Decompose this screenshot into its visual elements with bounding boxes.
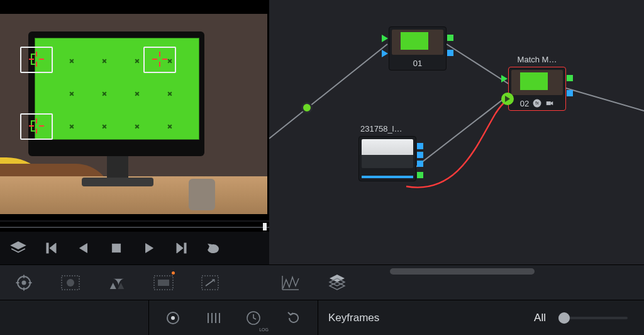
port-out[interactable]	[417, 152, 423, 158]
port-rgb-in[interactable]	[382, 35, 388, 42]
stop-button[interactable]	[102, 234, 131, 263]
curves-icon[interactable]	[278, 270, 303, 295]
layers-icon[interactable]	[4, 234, 33, 263]
svg-marker-54	[551, 101, 553, 105]
svg-line-47	[447, 44, 509, 84]
node-label: 01	[413, 59, 422, 68]
viewer-content	[189, 179, 215, 210]
skip-start-button[interactable]	[36, 234, 65, 263]
bars-icon[interactable]	[201, 305, 226, 331]
record-circle-icon[interactable]	[160, 305, 186, 331]
viewer-content	[28, 31, 204, 156]
qualifier-icon[interactable]	[11, 270, 36, 295]
port-out[interactable]	[417, 143, 423, 149]
viewer-content	[107, 156, 128, 179]
node-graph[interactable]: 01 Match M… 02 fx 231758_l…	[269, 0, 644, 264]
tracking-marker[interactable]	[20, 113, 53, 140]
node-label: 02	[520, 99, 529, 108]
node-01[interactable]: 01	[389, 26, 447, 71]
svg-rect-22	[184, 243, 186, 253]
node-title: Match M…	[509, 55, 565, 64]
port-alpha-out[interactable]	[447, 50, 453, 56]
svg-marker-20	[146, 244, 153, 253]
port-rgb-out[interactable]	[447, 35, 453, 41]
svg-point-30	[67, 279, 74, 287]
svg-marker-15	[11, 242, 25, 249]
svg-line-48	[415, 94, 509, 168]
camera-badge-icon	[545, 99, 554, 108]
magic-mask-icon[interactable]	[151, 270, 176, 295]
notification-dot-icon	[172, 271, 175, 275]
tracking-crosses	[42, 45, 205, 145]
window-icon[interactable]	[58, 270, 83, 295]
svg-point-40	[171, 316, 175, 320]
graph-input-dot[interactable]	[301, 102, 313, 113]
bottom-bar: LOG Keyframes All	[0, 300, 644, 335]
port-alpha-in[interactable]	[382, 50, 388, 57]
log-label: LOG	[259, 327, 269, 332]
svg-point-28	[23, 281, 26, 284]
svg-rect-17	[47, 243, 48, 253]
node-play-indicator[interactable]	[501, 93, 514, 105]
svg-rect-19	[112, 244, 120, 252]
port-rgb-out[interactable]	[567, 75, 573, 81]
resize-box-icon[interactable]	[197, 270, 223, 295]
undo-icon[interactable]	[281, 305, 306, 331]
scrubber-track	[0, 227, 269, 228]
node-edges	[269, 0, 644, 264]
scrubber-playhead[interactable]	[263, 223, 267, 230]
page-tool-row	[0, 264, 644, 300]
viewer-image[interactable]	[0, 14, 267, 214]
svg-marker-16	[50, 243, 56, 253]
keyframes-panel-label: Keyframes	[318, 312, 534, 324]
svg-marker-21	[177, 243, 183, 253]
play-button[interactable]	[135, 234, 164, 263]
svg-line-49	[566, 88, 644, 111]
node-thumbnail	[362, 139, 413, 168]
bottom-right-section: All	[534, 312, 644, 324]
node-external-media[interactable]: 231758_l…	[358, 136, 416, 181]
fx-badge-icon: fx	[533, 99, 541, 108]
play-reverse-button[interactable]	[69, 234, 98, 263]
tracking-marker[interactable]	[20, 47, 53, 73]
node-thumbnail	[511, 70, 563, 95]
skip-end-button[interactable]	[167, 234, 196, 263]
svg-text:fx: fx	[536, 101, 540, 105]
port-rgb-in[interactable]	[501, 75, 508, 82]
transport-bar	[0, 232, 269, 264]
port-out[interactable]	[417, 172, 423, 178]
node-02-match-move[interactable]: Match M… 02 fx	[508, 67, 566, 111]
svg-rect-34	[158, 280, 169, 286]
graph-h-scrollbar[interactable]	[390, 268, 535, 275]
scope-label[interactable]: All	[534, 312, 546, 324]
bottom-tool-section: LOG	[149, 300, 318, 335]
svg-marker-31	[110, 283, 116, 289]
port-alpha-out[interactable]	[567, 90, 573, 96]
port-out[interactable]	[417, 161, 423, 167]
zoom-slider[interactable]	[558, 312, 628, 324]
viewer-panel	[0, 0, 269, 220]
svg-rect-53	[547, 101, 551, 105]
tracking-marker[interactable]	[143, 47, 176, 73]
viewer-content	[82, 178, 153, 186]
node-stack-icon[interactable]	[325, 270, 350, 295]
tracker-icon[interactable]	[104, 270, 130, 295]
log-icon[interactable]: LOG	[241, 305, 266, 331]
loop-button[interactable]	[200, 234, 229, 263]
svg-marker-18	[80, 244, 87, 253]
node-thumbnail	[392, 30, 443, 55]
viewer-scrubber[interactable]	[0, 222, 269, 232]
bottom-left-section	[0, 300, 149, 335]
slider-thumb-icon[interactable]	[558, 312, 570, 324]
node-media-bar	[362, 176, 413, 178]
node-title: 231758_l…	[359, 124, 416, 133]
